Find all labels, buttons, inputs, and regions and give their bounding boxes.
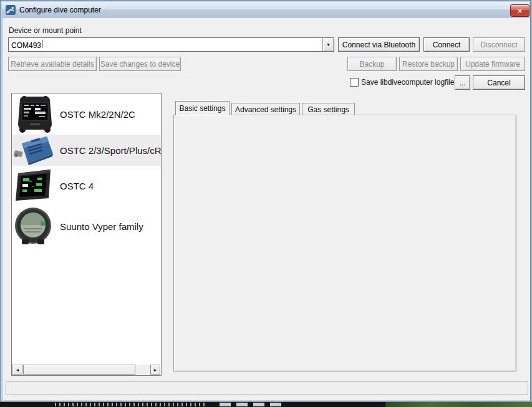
- restore-backup-button[interactable]: Restore backup: [399, 57, 458, 71]
- list-item-suunto-vyper[interactable]: Suunto Vyper family: [12, 206, 161, 247]
- chevron-down-icon: ▼: [326, 42, 331, 47]
- tab-advanced-settings[interactable]: Advanced settings: [231, 103, 300, 115]
- close-icon: ×: [518, 7, 523, 15]
- scrollbar-track[interactable]: [135, 365, 150, 375]
- list-item-label: OSTC Mk2/2N/2C: [60, 109, 135, 120]
- taskbar-icon-fragment: [220, 403, 231, 406]
- update-firmware-button[interactable]: Update firmware: [460, 57, 525, 71]
- list-item-ostc-23[interactable]: OSTC 2/3/Sport/Plus/cR: [12, 135, 161, 166]
- taskbar-icon-fragment: [253, 403, 264, 406]
- basic-settings-panel: [173, 115, 516, 371]
- logfile-path-button[interactable]: ...: [455, 75, 470, 90]
- desktop-background-sliver: [0, 402, 532, 407]
- suunto-vyper-image: [14, 206, 54, 246]
- text-caret: [42, 40, 42, 48]
- tab-basic-settings[interactable]: Basic settings: [175, 101, 230, 115]
- wallpaper-fragment: [385, 402, 532, 407]
- taskbar-icon-fragment: [236, 403, 248, 406]
- ostc-mk2-image: [14, 95, 56, 133]
- ostc-2-3-image: [14, 135, 56, 165]
- scroll-right-button[interactable]: ►: [150, 365, 160, 375]
- window-title: Configure dive computer: [19, 6, 101, 14]
- taskbar-text-fragment: [55, 403, 205, 406]
- dropdown-button[interactable]: ▼: [322, 38, 334, 51]
- app-icon: [6, 5, 16, 15]
- device-type-list: OSTC Mk2/2N/2C OSTC 2/3/Sport/Plus/cR: [11, 93, 162, 376]
- device-mount-label: Device or mount point: [9, 26, 82, 35]
- scroll-right-icon: ►: [153, 368, 158, 372]
- device-mount-combo[interactable]: COM493 ▼: [8, 37, 334, 52]
- progress-bar: [6, 381, 528, 395]
- scroll-left-icon: ◄: [16, 368, 20, 372]
- connect-bluetooth-button[interactable]: Connect via Bluetooth: [338, 37, 420, 52]
- configure-dive-computer-window: Configure dive computer × Device or moun…: [0, 0, 531, 402]
- scroll-left-button[interactable]: ◄: [12, 365, 22, 375]
- list-item-label: OSTC 4: [60, 181, 94, 191]
- retrieve-details-button[interactable]: Retrieve available details: [8, 57, 97, 71]
- taskbar-icon-fragment: [270, 403, 281, 406]
- connect-button[interactable]: Connect: [423, 37, 470, 52]
- list-item-label: OSTC 2/3/Sport/Plus/cR: [60, 145, 161, 156]
- titlebar: Configure dive computer ×: [2, 2, 529, 18]
- list-item-ostc-mk2[interactable]: OSTC Mk2/2N/2C: [12, 93, 161, 135]
- backup-button[interactable]: Backup: [347, 57, 397, 71]
- device-mount-value: COM493: [9, 40, 322, 50]
- save-logfile-checkbox[interactable]: [350, 78, 359, 87]
- save-logfile-label: Save libdivecomputer logfile: [361, 78, 454, 87]
- tab-gas-settings[interactable]: Gas settings: [302, 103, 355, 115]
- list-item-label: Suunto Vyper family: [60, 221, 143, 232]
- close-button[interactable]: ×: [510, 4, 530, 17]
- save-changes-button[interactable]: Save changes to device: [99, 57, 181, 71]
- ostc-4-image: [14, 168, 55, 204]
- dialog-body: Device or mount point COM493 ▼ Connect v…: [3, 18, 530, 400]
- list-item-ostc-4[interactable]: OSTC 4: [12, 166, 161, 206]
- cancel-button[interactable]: Cancel: [473, 75, 525, 90]
- disconnect-button[interactable]: Disconnect: [473, 37, 525, 52]
- scrollbar-thumb[interactable]: [23, 365, 135, 375]
- device-list-horizontal-scrollbar[interactable]: ◄ ►: [12, 365, 160, 375]
